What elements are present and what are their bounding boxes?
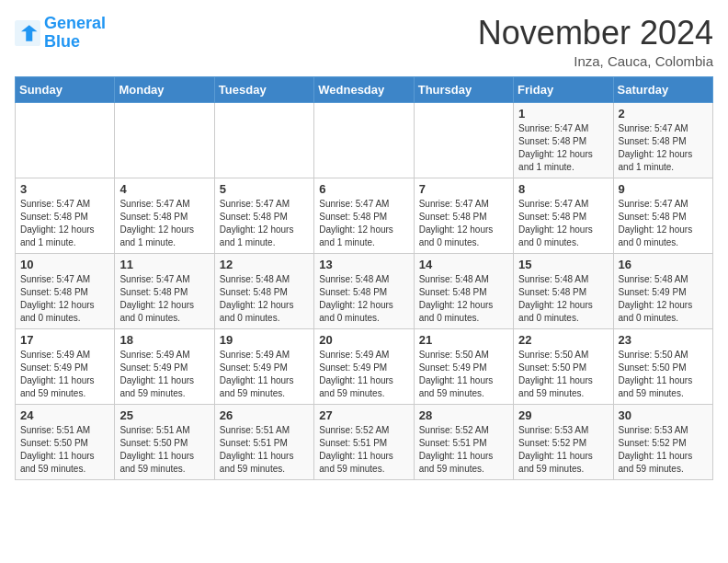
calendar-cell: 12Sunrise: 5:48 AM Sunset: 5:48 PM Dayli… — [214, 253, 313, 328]
logo: General Blue — [15, 15, 106, 52]
day-info: Sunrise: 5:50 AM Sunset: 5:50 PM Dayligh… — [518, 349, 608, 400]
calendar-cell: 10Sunrise: 5:47 AM Sunset: 5:48 PM Dayli… — [16, 253, 115, 328]
calendar-cell: 18Sunrise: 5:49 AM Sunset: 5:49 PM Dayli… — [115, 328, 214, 404]
calendar-cell: 2Sunrise: 5:47 AM Sunset: 5:48 PM Daylig… — [613, 102, 712, 178]
day-number: 9 — [619, 182, 708, 196]
day-number: 14 — [419, 258, 508, 271]
calendar-cell: 17Sunrise: 5:49 AM Sunset: 5:49 PM Dayli… — [16, 328, 115, 404]
calendar-cell: 21Sunrise: 5:50 AM Sunset: 5:49 PM Dayli… — [414, 328, 513, 404]
day-info: Sunrise: 5:49 AM Sunset: 5:49 PM Dayligh… — [20, 349, 109, 400]
day-number: 15 — [518, 258, 608, 271]
weekday-header-wednesday: Wednesday — [314, 76, 414, 102]
page-header: General Blue November 2024 Inza, Cauca, … — [15, 15, 713, 69]
calendar-cell: 20Sunrise: 5:49 AM Sunset: 5:49 PM Dayli… — [314, 328, 414, 404]
calendar-cell: 16Sunrise: 5:48 AM Sunset: 5:49 PM Dayli… — [613, 253, 712, 328]
day-info: Sunrise: 5:50 AM Sunset: 5:50 PM Dayligh… — [619, 349, 708, 400]
day-number: 6 — [319, 182, 408, 196]
calendar-cell: 13Sunrise: 5:48 AM Sunset: 5:48 PM Dayli… — [314, 253, 414, 328]
weekday-header-sunday: Sunday — [16, 76, 115, 102]
calendar-cell: 5Sunrise: 5:47 AM Sunset: 5:48 PM Daylig… — [214, 178, 313, 253]
day-info: Sunrise: 5:52 AM Sunset: 5:51 PM Dayligh… — [419, 424, 508, 476]
day-info: Sunrise: 5:53 AM Sunset: 5:52 PM Dayligh… — [619, 424, 708, 476]
day-info: Sunrise: 5:48 AM Sunset: 5:48 PM Dayligh… — [419, 273, 508, 325]
day-number: 8 — [518, 182, 608, 196]
day-number: 28 — [419, 408, 508, 422]
week-row-5: 24Sunrise: 5:51 AM Sunset: 5:50 PM Dayli… — [16, 404, 713, 479]
day-info: Sunrise: 5:49 AM Sunset: 5:49 PM Dayligh… — [220, 349, 309, 400]
day-number: 4 — [119, 182, 209, 196]
day-number: 23 — [619, 333, 708, 347]
logo-text: General Blue — [44, 15, 106, 52]
calendar-cell: 24Sunrise: 5:51 AM Sunset: 5:50 PM Dayli… — [16, 404, 115, 479]
day-info: Sunrise: 5:47 AM Sunset: 5:48 PM Dayligh… — [119, 273, 209, 325]
calendar-cell: 23Sunrise: 5:50 AM Sunset: 5:50 PM Dayli… — [613, 328, 712, 404]
calendar-cell: 27Sunrise: 5:52 AM Sunset: 5:51 PM Dayli… — [314, 404, 414, 479]
day-info: Sunrise: 5:47 AM Sunset: 5:48 PM Dayligh… — [619, 198, 708, 249]
calendar-cell: 1Sunrise: 5:47 AM Sunset: 5:48 PM Daylig… — [514, 102, 613, 178]
weekday-header-friday: Friday — [514, 76, 613, 102]
calendar-cell: 8Sunrise: 5:47 AM Sunset: 5:48 PM Daylig… — [514, 178, 613, 253]
day-info: Sunrise: 5:47 AM Sunset: 5:48 PM Dayligh… — [419, 198, 508, 249]
calendar-cell: 9Sunrise: 5:47 AM Sunset: 5:48 PM Daylig… — [613, 178, 712, 253]
day-info: Sunrise: 5:52 AM Sunset: 5:51 PM Dayligh… — [319, 424, 408, 476]
day-info: Sunrise: 5:48 AM Sunset: 5:48 PM Dayligh… — [319, 273, 408, 325]
day-info: Sunrise: 5:51 AM Sunset: 5:50 PM Dayligh… — [119, 424, 209, 476]
day-number: 25 — [119, 408, 209, 422]
title-block: November 2024 Inza, Cauca, Colombia — [478, 15, 713, 69]
calendar-cell: 14Sunrise: 5:48 AM Sunset: 5:48 PM Dayli… — [414, 253, 513, 328]
weekday-header-monday: Monday — [115, 76, 214, 102]
day-info: Sunrise: 5:49 AM Sunset: 5:49 PM Dayligh… — [319, 349, 408, 400]
day-number: 1 — [518, 107, 608, 121]
month-title: November 2024 — [478, 15, 713, 52]
calendar-cell — [16, 102, 115, 178]
calendar-cell: 22Sunrise: 5:50 AM Sunset: 5:50 PM Dayli… — [514, 328, 613, 404]
weekday-header-saturday: Saturday — [613, 76, 712, 102]
calendar-cell: 30Sunrise: 5:53 AM Sunset: 5:52 PM Dayli… — [613, 404, 712, 479]
day-info: Sunrise: 5:50 AM Sunset: 5:49 PM Dayligh… — [419, 349, 508, 400]
logo-icon — [15, 20, 40, 46]
week-row-1: 1Sunrise: 5:47 AM Sunset: 5:48 PM Daylig… — [16, 102, 713, 178]
calendar-cell: 11Sunrise: 5:47 AM Sunset: 5:48 PM Dayli… — [115, 253, 214, 328]
calendar-table: SundayMondayTuesdayWednesdayThursdayFrid… — [15, 76, 713, 480]
calendar-header: SundayMondayTuesdayWednesdayThursdayFrid… — [16, 76, 713, 102]
day-info: Sunrise: 5:53 AM Sunset: 5:52 PM Dayligh… — [518, 424, 608, 476]
calendar-cell: 19Sunrise: 5:49 AM Sunset: 5:49 PM Dayli… — [214, 328, 313, 404]
day-number: 30 — [619, 408, 708, 422]
day-number: 29 — [518, 408, 608, 422]
day-info: Sunrise: 5:47 AM Sunset: 5:48 PM Dayligh… — [619, 122, 708, 174]
week-row-2: 3Sunrise: 5:47 AM Sunset: 5:48 PM Daylig… — [16, 178, 713, 253]
week-row-3: 10Sunrise: 5:47 AM Sunset: 5:48 PM Dayli… — [16, 253, 713, 328]
day-info: Sunrise: 5:47 AM Sunset: 5:48 PM Dayligh… — [518, 122, 608, 174]
day-number: 26 — [220, 408, 309, 422]
day-number: 11 — [119, 258, 209, 271]
day-info: Sunrise: 5:49 AM Sunset: 5:49 PM Dayligh… — [119, 349, 209, 400]
calendar-body: 1Sunrise: 5:47 AM Sunset: 5:48 PM Daylig… — [16, 102, 713, 479]
day-number: 24 — [20, 408, 109, 422]
day-info: Sunrise: 5:51 AM Sunset: 5:50 PM Dayligh… — [20, 424, 109, 476]
day-info: Sunrise: 5:47 AM Sunset: 5:48 PM Dayligh… — [20, 273, 109, 325]
day-number: 17 — [20, 333, 109, 347]
calendar-cell: 15Sunrise: 5:48 AM Sunset: 5:48 PM Dayli… — [514, 253, 613, 328]
calendar-cell: 6Sunrise: 5:47 AM Sunset: 5:48 PM Daylig… — [314, 178, 414, 253]
day-number: 20 — [319, 333, 408, 347]
day-number: 16 — [619, 258, 708, 271]
day-info: Sunrise: 5:48 AM Sunset: 5:48 PM Dayligh… — [518, 273, 608, 325]
day-number: 18 — [119, 333, 209, 347]
day-info: Sunrise: 5:47 AM Sunset: 5:48 PM Dayligh… — [20, 198, 109, 249]
calendar-cell: 26Sunrise: 5:51 AM Sunset: 5:51 PM Dayli… — [214, 404, 313, 479]
day-number: 13 — [319, 258, 408, 271]
calendar-cell — [115, 102, 214, 178]
calendar-cell: 3Sunrise: 5:47 AM Sunset: 5:48 PM Daylig… — [16, 178, 115, 253]
calendar-cell — [314, 102, 414, 178]
day-number: 3 — [20, 182, 109, 196]
day-number: 22 — [518, 333, 608, 347]
weekday-header-thursday: Thursday — [414, 76, 513, 102]
day-info: Sunrise: 5:51 AM Sunset: 5:51 PM Dayligh… — [220, 424, 309, 476]
day-number: 10 — [20, 258, 109, 271]
day-info: Sunrise: 5:48 AM Sunset: 5:49 PM Dayligh… — [619, 273, 708, 325]
day-number: 27 — [319, 408, 408, 422]
day-info: Sunrise: 5:48 AM Sunset: 5:48 PM Dayligh… — [220, 273, 309, 325]
day-info: Sunrise: 5:47 AM Sunset: 5:48 PM Dayligh… — [518, 198, 608, 249]
day-number: 12 — [220, 258, 309, 271]
week-row-4: 17Sunrise: 5:49 AM Sunset: 5:49 PM Dayli… — [16, 328, 713, 404]
